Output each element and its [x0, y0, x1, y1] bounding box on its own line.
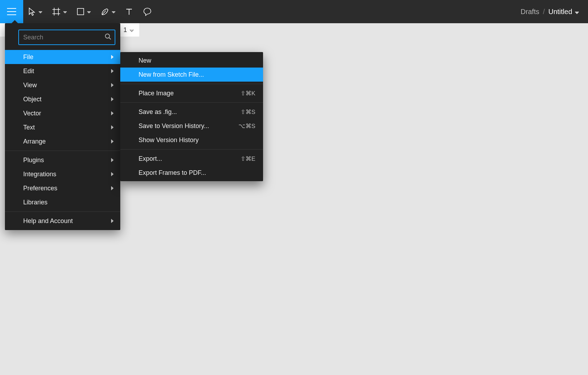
chevron-right-icon [111, 69, 114, 73]
menu-item-label: Preferences [23, 185, 57, 192]
chevron-right-icon [111, 111, 114, 115]
menu-item-view[interactable]: View [5, 78, 120, 92]
menu-item-preferences[interactable]: Preferences [5, 181, 120, 195]
submenu-item-label: Export Frames to PDF... [139, 169, 206, 177]
menu-divider [5, 211, 120, 212]
hamburger-icon [7, 8, 16, 15]
tool-group [23, 0, 157, 23]
menu-item-label: File [23, 53, 33, 61]
pen-icon [101, 7, 109, 16]
search-icon [105, 33, 111, 41]
chevron-right-icon [111, 83, 114, 87]
menu-item-label: Edit [23, 68, 34, 75]
menu-item-text[interactable]: Text [5, 120, 120, 134]
shape-tool[interactable] [72, 0, 96, 23]
menu-item-integrations[interactable]: Integrations [5, 167, 120, 181]
submenu-item-label: Show Version History [139, 136, 199, 144]
svg-rect-0 [77, 8, 84, 15]
text-icon [125, 8, 133, 15]
cursor-icon [28, 7, 36, 16]
chevron-down-icon [112, 8, 115, 15]
submenu-item-label: Save as .fig... [139, 108, 177, 116]
submenu-item-label: Save to Version History... [139, 122, 209, 130]
main-menu: FileEditViewObjectVectorTextArrangePlugi… [5, 23, 120, 230]
menu-item-libraries[interactable]: Libraries [5, 195, 120, 209]
menu-item-object[interactable]: Object [5, 92, 120, 106]
menu-item-plugins[interactable]: Plugins [5, 153, 120, 167]
submenu-item-label: New [139, 57, 151, 64]
menu-item-label: Text [23, 124, 35, 131]
submenu-item-export[interactable]: Export...⇧⌘E [120, 152, 263, 166]
chevron-down-icon [87, 8, 91, 15]
page-label-tail: 1 [123, 26, 127, 34]
file-title[interactable]: Untitled [548, 8, 579, 16]
menu-item-arrange[interactable]: Arrange [5, 134, 120, 148]
submenu-item-show-version-history[interactable]: Show Version History [120, 133, 263, 147]
keyboard-shortcut: ⇧⌘E [241, 155, 255, 163]
chevron-down-icon [39, 8, 42, 15]
breadcrumb-root[interactable]: Drafts [520, 8, 539, 16]
chevron-right-icon [111, 139, 114, 144]
chevron-down-icon [63, 8, 67, 15]
menu-divider [120, 84, 263, 84]
chevron-right-icon [111, 125, 114, 129]
frame-icon [52, 7, 60, 16]
menu-item-label: Integrations [23, 171, 56, 178]
chevron-right-icon [111, 55, 114, 59]
menu-item-label: Arrange [23, 138, 46, 145]
menu-item-help-and-account[interactable]: Help and Account [5, 214, 120, 228]
submenu-item-label: Export... [139, 155, 162, 163]
chevron-right-icon [111, 158, 114, 162]
menu-item-label: Libraries [23, 199, 47, 206]
submenu-item-export-frames-to-pdf[interactable]: Export Frames to PDF... [120, 166, 263, 180]
menu-search[interactable] [18, 30, 115, 45]
chevron-right-icon [111, 172, 114, 176]
chevron-right-icon [111, 219, 114, 223]
submenu-item-save-to-version-history[interactable]: Save to Version History...⌥⌘S [120, 119, 263, 133]
comment-icon [143, 7, 152, 16]
chevron-down-icon [130, 26, 134, 34]
move-tool[interactable] [23, 0, 47, 23]
chevron-right-icon [111, 186, 114, 190]
keyboard-shortcut: ⇧⌘S [241, 108, 255, 116]
menu-item-label: Help and Account [23, 217, 73, 225]
submenu-item-label: Place Image [139, 90, 174, 97]
menu-item-vector[interactable]: Vector [5, 106, 120, 120]
submenu-item-place-image[interactable]: Place Image⇧⌘K [120, 86, 263, 100]
menu-item-label: View [23, 82, 37, 89]
menu-pointer [11, 20, 18, 24]
breadcrumb-separator: / [543, 8, 545, 16]
chevron-down-icon [575, 8, 579, 16]
comment-tool[interactable] [138, 0, 157, 23]
submenu-item-new[interactable]: New [120, 53, 263, 68]
menu-item-label: Plugins [23, 157, 44, 164]
file-title-text: Untitled [548, 8, 572, 16]
keyboard-shortcut: ⇧⌘K [241, 90, 255, 97]
rectangle-icon [77, 8, 84, 15]
file-submenu: NewNew from Sketch File...Place Image⇧⌘K… [120, 52, 263, 181]
menu-divider [120, 102, 263, 103]
submenu-item-new-from-sketch-file[interactable]: New from Sketch File... [120, 68, 263, 82]
breadcrumb: Drafts / Untitled [520, 8, 588, 16]
submenu-item-save-as-fig[interactable]: Save as .fig...⇧⌘S [120, 105, 263, 119]
menu-divider [120, 149, 263, 150]
svg-point-1 [106, 34, 110, 38]
menu-item-label: Vector [23, 110, 41, 117]
menu-search-input[interactable] [23, 34, 105, 41]
text-tool[interactable] [120, 0, 138, 23]
pen-tool[interactable] [96, 0, 120, 23]
menu-item-file[interactable]: File [5, 50, 120, 64]
chevron-right-icon [111, 97, 114, 101]
keyboard-shortcut: ⌥⌘S [238, 122, 255, 130]
toolbar: Drafts / Untitled [0, 0, 588, 23]
menu-item-label: Object [23, 96, 41, 103]
frame-tool[interactable] [47, 0, 72, 23]
submenu-item-label: New from Sketch File... [139, 71, 204, 78]
menu-divider [5, 151, 120, 151]
menu-item-edit[interactable]: Edit [5, 64, 120, 78]
